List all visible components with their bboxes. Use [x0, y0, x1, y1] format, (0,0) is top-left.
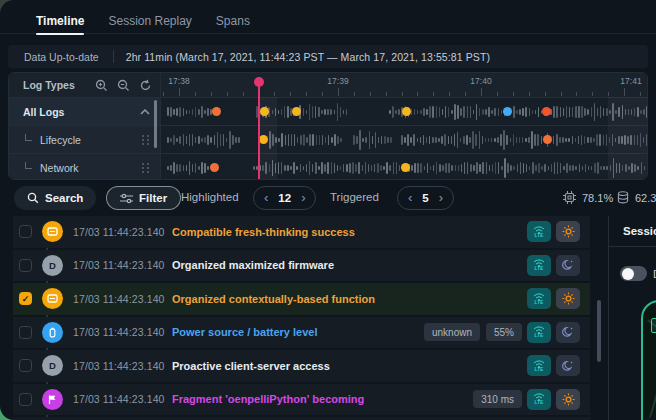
refresh-icon[interactable] — [139, 79, 152, 92]
moon-theme-button[interactable] — [556, 255, 580, 276]
zoom-in-icon[interactable] — [95, 79, 108, 92]
network-lte-button[interactable]: LTE — [527, 389, 551, 410]
event-dot[interactable] — [260, 107, 269, 116]
session-panel-title: Session — [623, 225, 656, 237]
map-highlight-rect — [651, 318, 656, 333]
timeline-tracks[interactable]: 17:3817:3917:4017:41 — [161, 73, 647, 179]
network-lte-button[interactable]: LTE — [527, 355, 551, 376]
log-row-checkbox[interactable] — [19, 326, 32, 339]
log-row[interactable]: 17/03 11:44:23.140Power source / battery… — [13, 317, 590, 349]
tree-elbow-icon — [25, 162, 32, 169]
log-timestamp: 17/03 11:44:23.140 — [73, 226, 172, 238]
log-row[interactable]: 17/03 11:44:23.140Fragment 'oenpelliPyth… — [13, 384, 590, 416]
sun-theme-button[interactable] — [556, 389, 580, 410]
triggered-count: 5 — [422, 192, 428, 204]
playhead[interactable] — [258, 77, 260, 179]
log-row[interactable]: D17/03 11:44:23.140Proactive client-serv… — [13, 350, 590, 382]
triggered-stepper: ‹ 5 › — [397, 186, 454, 210]
log-message: Fragment 'oenpelliPython' becoming — [172, 393, 467, 405]
timeline-section: Log Types All LogsLifecycleNetwork 17:38… — [8, 72, 648, 180]
ruler-tick — [290, 92, 291, 96]
search-button[interactable]: Search — [14, 186, 96, 210]
prev-triggered-button[interactable]: ‹ — [408, 191, 412, 204]
sun-theme-button[interactable] — [556, 221, 580, 242]
ruler-tick — [497, 92, 498, 96]
log-row-checkbox[interactable]: ✓ — [19, 292, 32, 305]
log-types-header: Log Types — [9, 73, 160, 97]
ruler-tick-label: 17:38 — [168, 76, 189, 86]
filter-button-label: Filter — [139, 192, 167, 204]
chevron-up-icon[interactable] — [140, 109, 150, 115]
sun-theme-button[interactable] — [556, 288, 580, 309]
log-row-checkbox[interactable] — [19, 393, 32, 406]
ruler-tick — [163, 92, 164, 96]
log-type-icon-flag — [42, 389, 63, 410]
log-row[interactable]: D17/03 11:44:23.140Organized maximized f… — [13, 250, 590, 282]
log-type-icon-debug: D — [42, 355, 63, 376]
log-types-title: Log Types — [23, 79, 86, 91]
ruler-tick — [561, 92, 562, 96]
moon-theme-button[interactable] — [556, 322, 580, 343]
moon-theme-button[interactable] — [556, 355, 580, 376]
filter-button[interactable]: Filter — [106, 186, 181, 210]
network-lte-button[interactable]: LTE — [527, 322, 551, 343]
log-row[interactable]: 17/03 11:44:23.140Compatible fresh-think… — [13, 216, 590, 248]
tab-timeline[interactable]: Timeline — [36, 8, 84, 34]
log-timestamp: 17/03 11:44:23.140 — [73, 293, 172, 305]
event-dot[interactable] — [503, 107, 512, 116]
ruler-tick — [624, 88, 625, 96]
waveform-track — [161, 125, 647, 153]
event-dot[interactable] — [543, 135, 552, 144]
log-row-checkbox[interactable] — [19, 225, 32, 238]
event-dot[interactable] — [542, 107, 551, 116]
next-highlighted-button[interactable]: › — [301, 191, 305, 204]
log-timestamp: 17/03 11:44:23.140 — [73, 393, 172, 405]
filter-icon — [120, 193, 133, 204]
event-dot[interactable] — [402, 107, 411, 116]
session-toggle[interactable] — [620, 266, 647, 281]
event-dot[interactable] — [401, 163, 410, 172]
log-row-checkbox[interactable] — [19, 359, 32, 372]
log-type-icon-card — [42, 221, 63, 242]
log-timestamp: 17/03 11:44:23.140 — [73, 326, 172, 338]
ruler-tick — [402, 92, 403, 96]
network-lte-button[interactable]: LTE — [527, 255, 551, 276]
highlighted-stepper: ‹ 12 › — [253, 186, 316, 210]
drag-handle-icon[interactable] — [142, 135, 150, 145]
event-dot[interactable] — [212, 107, 221, 116]
log-row[interactable]: ✓17/03 11:44:23.140Organized contextuall… — [13, 283, 590, 315]
tab-spans[interactable]: Spans — [216, 8, 250, 34]
log-row-checkbox[interactable] — [19, 259, 32, 272]
ruler-tick — [274, 92, 275, 96]
log-type-label: Lifecycle — [40, 134, 142, 146]
log-type-row-network[interactable]: Network — [9, 153, 160, 180]
toggle-knob — [622, 268, 634, 280]
log-type-row-all-logs[interactable]: All Logs — [9, 97, 160, 125]
next-triggered-button[interactable]: › — [439, 191, 443, 204]
prev-highlighted-button[interactable]: ‹ — [264, 191, 268, 204]
log-types-scrollbar[interactable] — [154, 100, 157, 148]
stale-region-overlay — [608, 97, 647, 179]
log-type-label: All Logs — [23, 106, 140, 118]
ruler-tick — [433, 92, 434, 96]
log-message: Proactive client-server access — [172, 360, 522, 372]
ruler-tick — [545, 92, 546, 96]
event-dot[interactable] — [210, 163, 219, 172]
device-preview[interactable] — [641, 300, 656, 420]
zoom-out-icon[interactable] — [117, 79, 130, 92]
search-icon — [27, 192, 39, 204]
log-type-icon-debug: D — [42, 255, 63, 276]
data-status-label: Data Up-to-date — [8, 51, 113, 63]
event-dot[interactable] — [292, 107, 301, 116]
ruler-tick — [338, 88, 339, 96]
ruler-tick — [449, 92, 450, 96]
log-type-row-lifecycle[interactable]: Lifecycle — [9, 125, 160, 153]
tab-session-replay[interactable]: Session Replay — [108, 8, 191, 34]
network-lte-button[interactable]: LTE — [527, 288, 551, 309]
cpu-icon — [563, 191, 576, 204]
ruler-tick — [211, 92, 212, 96]
ruler-tick — [386, 92, 387, 96]
log-list-scrollbar[interactable] — [597, 300, 601, 362]
network-lte-button[interactable]: LTE — [527, 221, 551, 242]
drag-handle-icon[interactable] — [142, 163, 150, 173]
